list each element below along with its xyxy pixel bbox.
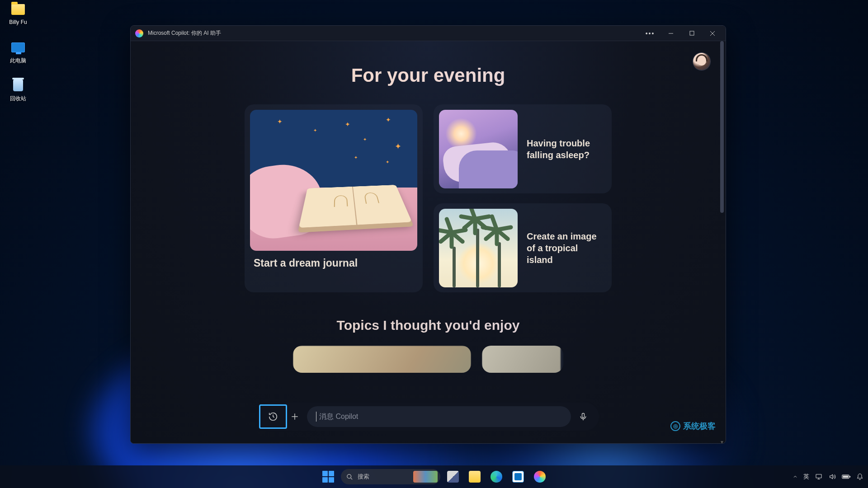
start-button[interactable] xyxy=(319,468,337,486)
store-icon xyxy=(512,471,524,483)
svg-rect-1 xyxy=(690,31,694,35)
task-view-icon xyxy=(447,471,459,483)
svg-line-9 xyxy=(350,478,352,479)
ellipsis-icon: ••• xyxy=(646,30,655,37)
watermark-text: 系统极客 xyxy=(683,421,716,432)
microphone-icon xyxy=(579,412,588,422)
task-view-button[interactable] xyxy=(444,468,462,486)
volume-button[interactable] xyxy=(828,473,836,480)
scrollbar-thumb[interactable] xyxy=(720,41,724,213)
history-button[interactable] xyxy=(264,407,283,426)
maximize-icon xyxy=(689,31,694,36)
card-art xyxy=(482,346,561,373)
watermark: ◎ 系统极客 xyxy=(670,421,716,432)
card-tropical-island[interactable]: Create an image of a tropical island xyxy=(434,203,612,292)
tray-overflow-button[interactable] xyxy=(793,474,798,479)
watermark-logo-icon: ◎ xyxy=(670,421,680,431)
content-scroll[interactable]: For your evening ✦ ✦ ✦ ✦ ✦ ✦ ✦ ✦ xyxy=(131,41,726,443)
bell-icon xyxy=(856,473,863,481)
maximize-button[interactable] xyxy=(681,26,702,41)
desktop-icon-label: 此电脑 xyxy=(1,57,35,65)
edge-icon xyxy=(491,471,502,483)
taskbar-search[interactable]: 搜索 xyxy=(341,469,440,484)
desktop-icon-label: 回收站 xyxy=(1,95,35,103)
taskbar-search-placeholder: 搜索 xyxy=(358,473,369,481)
svg-rect-10 xyxy=(816,474,821,478)
card-caption: Start a dream journal xyxy=(250,251,417,271)
battery-icon xyxy=(842,474,851,480)
search-highlight-widget xyxy=(413,471,438,483)
card-row-secondary xyxy=(131,346,726,373)
copilot-icon xyxy=(534,471,546,483)
svg-point-8 xyxy=(347,474,351,478)
windows-icon xyxy=(322,471,334,483)
svg-rect-6 xyxy=(582,413,585,418)
message-input-container[interactable] xyxy=(307,406,571,427)
more-button[interactable]: ••• xyxy=(640,26,660,41)
minimize-button[interactable] xyxy=(660,26,681,41)
new-chat-button[interactable] xyxy=(285,407,304,426)
close-button[interactable] xyxy=(702,26,723,41)
desktop-icon-label: Billy Fu xyxy=(1,19,35,25)
network-button[interactable] xyxy=(815,473,823,480)
scroll-down-icon[interactable]: ▼ xyxy=(720,440,724,444)
card-art xyxy=(293,346,471,373)
card-art: ✦ ✦ ✦ ✦ ✦ ✦ ✦ ✦ xyxy=(250,110,417,251)
copilot-taskbar-button[interactable] xyxy=(531,468,549,486)
svg-rect-15 xyxy=(843,476,848,478)
file-explorer-icon xyxy=(469,471,481,483)
history-icon xyxy=(268,412,278,422)
card-falling-asleep[interactable]: Having trouble falling asleep? xyxy=(434,104,612,193)
battery-button[interactable] xyxy=(842,474,851,480)
minimize-icon xyxy=(668,31,674,36)
desktop-icon-recycle-bin[interactable]: 回收站 xyxy=(1,79,35,103)
plus-icon xyxy=(290,412,299,421)
close-icon xyxy=(710,31,715,36)
search-icon xyxy=(346,474,353,480)
chevron-up-icon xyxy=(793,474,798,479)
card-caption: Create an image of a tropical island xyxy=(527,230,606,266)
heading-primary: For your evening xyxy=(131,65,726,86)
svg-rect-16 xyxy=(849,476,850,477)
scrollbar[interactable]: ▲ ▼ xyxy=(719,41,725,443)
card-peek-1[interactable] xyxy=(293,346,471,373)
window-title: Microsoft Copilot: 你的 AI 助手 xyxy=(148,29,221,37)
copilot-window: Microsoft Copilot: 你的 AI 助手 ••• For your… xyxy=(130,25,726,444)
card-peek-2[interactable] xyxy=(482,346,563,373)
card-art xyxy=(439,110,518,188)
input-bar xyxy=(257,403,599,431)
ime-indicator[interactable]: 英 xyxy=(803,473,809,481)
app-body: For your evening ✦ ✦ ✦ ✦ ✦ ✦ ✦ ✦ xyxy=(131,41,726,443)
card-row-primary: ✦ ✦ ✦ ✦ ✦ ✦ ✦ ✦ Start a dream journal xyxy=(131,104,726,292)
heading-secondary: Topics I thought you'd enjoy xyxy=(131,318,726,333)
message-input[interactable] xyxy=(319,413,562,421)
desktop-icon-folder[interactable]: Billy Fu xyxy=(1,3,35,25)
voice-input-button[interactable] xyxy=(574,407,593,426)
desktop-icon-this-pc[interactable]: 此电脑 xyxy=(1,41,35,65)
titlebar[interactable]: Microsoft Copilot: 你的 AI 助手 ••• xyxy=(131,26,726,41)
card-caption: Having trouble falling asleep? xyxy=(527,137,606,161)
card-art xyxy=(439,209,518,287)
text-caret xyxy=(316,412,316,422)
taskbar: 搜索 英 xyxy=(0,465,868,488)
copilot-icon xyxy=(135,29,143,38)
network-icon xyxy=(815,473,823,480)
notifications-button[interactable] xyxy=(856,473,863,481)
store-button[interactable] xyxy=(509,468,527,486)
svg-marker-13 xyxy=(830,474,833,479)
file-explorer-button[interactable] xyxy=(466,468,484,486)
edge-button[interactable] xyxy=(487,468,505,486)
card-dream-journal[interactable]: ✦ ✦ ✦ ✦ ✦ ✦ ✦ ✦ Start a dream journal xyxy=(245,104,423,292)
volume-icon xyxy=(828,473,836,480)
